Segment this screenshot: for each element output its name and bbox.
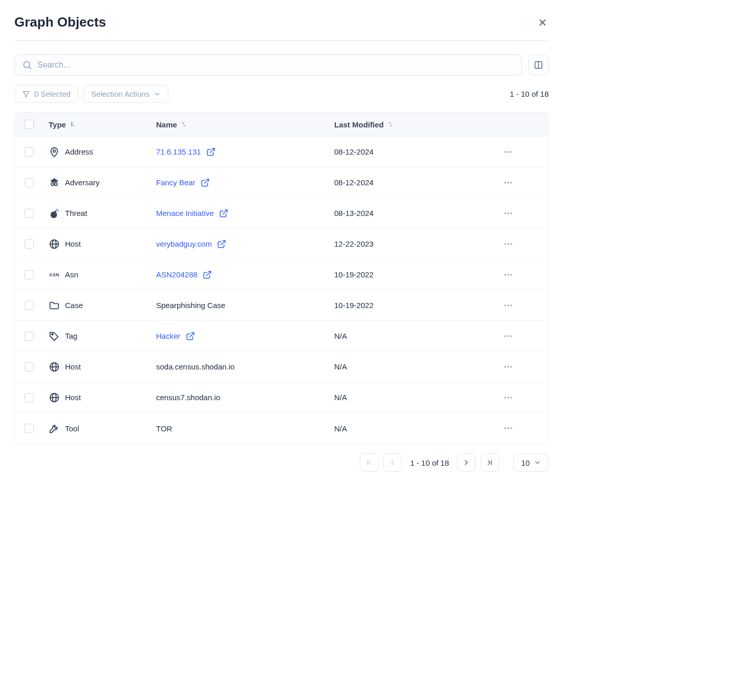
row-type-cell: Host (44, 354, 151, 380)
row-actions-button[interactable] (493, 170, 524, 195)
selected-filter-button[interactable]: 0 Selected (14, 85, 78, 103)
svg-line-27 (223, 210, 227, 214)
row-name-text: soda.census.shodan.io (156, 362, 234, 371)
row-type-label: Case (65, 301, 83, 310)
row-name-link[interactable]: verybadguy.com (156, 239, 212, 248)
external-link-icon[interactable] (186, 332, 195, 341)
row-actions-button[interactable] (493, 324, 524, 348)
row-modified-value: 10-19-2022 (334, 301, 374, 310)
row-checkbox[interactable] (25, 147, 34, 157)
row-checkbox[interactable] (25, 178, 34, 187)
tag-icon (49, 331, 60, 342)
page-size-select[interactable]: 10 (513, 454, 549, 472)
row-actions-button[interactable] (493, 385, 524, 410)
external-link-icon[interactable] (201, 178, 210, 187)
chevron-first-icon (365, 458, 373, 467)
row-name-link[interactable]: Fancy Bear (156, 178, 196, 187)
search-input[interactable] (37, 60, 514, 70)
chevron-down-icon (534, 459, 541, 466)
row-name-link[interactable]: ASN204288 (156, 270, 198, 279)
row-type-cell: Case (44, 293, 151, 318)
row-actions-button[interactable] (493, 355, 524, 379)
external-link-icon[interactable] (203, 270, 212, 279)
globe-icon (49, 392, 60, 403)
search-icon (22, 60, 32, 70)
selection-actions-button[interactable]: Selection Actions (83, 85, 168, 103)
row-checkbox[interactable] (25, 209, 34, 218)
view-toggle-button[interactable] (528, 55, 549, 75)
external-link-icon[interactable] (206, 147, 215, 157)
row-actions-button[interactable] (493, 293, 524, 318)
row-modified-value: 08-12-2024 (334, 147, 374, 156)
row-checkbox-cell (15, 171, 44, 194)
row-modified-value: N/A (334, 362, 347, 371)
row-checkbox[interactable] (25, 301, 34, 310)
row-actions-button[interactable] (493, 140, 524, 164)
more-horizontal-icon (503, 392, 513, 403)
row-actions-button[interactable] (493, 201, 524, 226)
svg-point-63 (507, 427, 509, 429)
pagination-first-button[interactable] (360, 453, 378, 472)
svg-point-41 (510, 274, 512, 275)
svg-point-35 (505, 243, 506, 245)
svg-line-21 (204, 179, 208, 183)
row-modified-cell: N/A (329, 386, 493, 409)
more-horizontal-icon (503, 147, 513, 157)
svg-point-22 (505, 182, 506, 183)
spy-icon (49, 177, 60, 188)
objects-table: Type Name Last Modified Address71.6.135.… (14, 112, 549, 444)
globe-icon (49, 361, 60, 373)
row-name-link[interactable]: Menace Initiative (156, 209, 214, 217)
select-all-checkbox[interactable] (25, 120, 34, 129)
row-checkbox-cell (15, 324, 44, 348)
row-actions-button[interactable] (493, 232, 524, 256)
row-checkbox[interactable] (25, 424, 34, 433)
row-checkbox[interactable] (25, 393, 34, 402)
more-horizontal-icon (503, 331, 513, 341)
row-name-cell: census7.shodan.io (151, 386, 329, 409)
chevron-left-icon (388, 458, 397, 467)
row-checkbox[interactable] (25, 362, 34, 371)
table-row: ThreatMenace Initiative08-13-2024 (15, 198, 548, 229)
filter-icon (22, 90, 30, 98)
asn-icon: ASN (49, 269, 60, 280)
svg-line-34 (221, 240, 225, 245)
svg-line-38 (206, 271, 210, 275)
external-link-icon[interactable] (217, 239, 226, 249)
pagination-last-button[interactable] (481, 453, 499, 472)
row-name-cell: soda.census.shodan.io (151, 355, 329, 378)
row-checkbox[interactable] (25, 270, 34, 279)
column-header-name[interactable]: Name (151, 113, 329, 136)
pagination-next-button[interactable] (457, 453, 475, 472)
external-link-icon[interactable] (219, 209, 228, 218)
page-size-value: 10 (521, 458, 530, 467)
row-checkbox[interactable] (25, 332, 34, 341)
header-checkbox-cell (15, 113, 44, 136)
row-checkbox-cell (15, 294, 44, 317)
column-header-type[interactable]: Type (44, 113, 151, 136)
row-name-link[interactable]: Hacker (156, 332, 181, 340)
row-type-label: Host (65, 362, 81, 371)
svg-point-13 (505, 151, 506, 152)
row-modified-cell: 08-12-2024 (329, 140, 493, 163)
row-modified-cell: N/A (329, 324, 493, 347)
row-name-link[interactable]: 71.6.135.131 (156, 147, 201, 156)
close-button[interactable] (536, 16, 549, 29)
folder-icon (49, 300, 60, 311)
svg-point-24 (510, 182, 512, 183)
page-title: Graph Objects (14, 14, 106, 30)
row-modified-cell: 10-19-2022 (329, 263, 493, 286)
svg-point-37 (510, 243, 512, 245)
svg-point-23 (507, 182, 509, 183)
svg-point-42 (505, 304, 506, 306)
svg-point-40 (507, 274, 509, 275)
column-header-last-modified[interactable]: Last Modified (329, 113, 493, 136)
row-checkbox[interactable] (25, 239, 34, 249)
svg-point-15 (510, 151, 512, 152)
pagination-prev-button[interactable] (383, 453, 402, 472)
svg-line-3 (29, 67, 31, 69)
search-box[interactable] (14, 54, 522, 76)
row-actions-button[interactable] (493, 262, 524, 287)
svg-point-59 (505, 397, 506, 398)
row-actions-button[interactable] (493, 416, 524, 441)
